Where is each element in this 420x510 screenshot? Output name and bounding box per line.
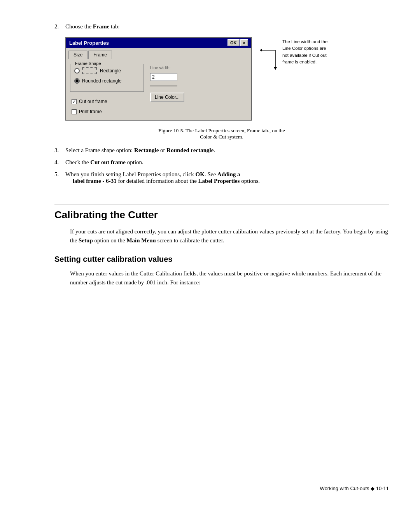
step-5-content: When you finish setting Label Properties…: [65, 171, 389, 184]
tab-size[interactable]: Size: [68, 51, 88, 59]
figure-caption: Figure 10-5. The Label Properties screen…: [54, 128, 389, 140]
svg-marker-1: [260, 49, 262, 52]
close-button[interactable]: ×: [240, 39, 248, 46]
calibrating-heading: Calibrating the Cutter: [54, 209, 389, 221]
calibrating-body: If your cuts are not aligned correctly, …: [70, 227, 389, 245]
section-divider: [54, 205, 389, 205]
step-4-text2: option.: [126, 159, 144, 165]
step-4-content: Check the Cut out frame option.: [65, 159, 389, 166]
step-4: 4. Check the Cut out frame option.: [54, 159, 389, 166]
dialog-area: Label Properties OK × Size Frame Frame S…: [65, 37, 389, 121]
rectangle-radio[interactable]: [74, 68, 80, 74]
step-5-text: When you finish setting Label Properties…: [65, 171, 196, 177]
step-5: 5. When you finish setting Label Propert…: [54, 171, 389, 184]
step-5-mid1: . See: [205, 171, 217, 177]
line-width-input-row: [150, 73, 177, 81]
titlebar-buttons: OK ×: [228, 39, 248, 46]
dialog-titlebar: Label Properties OK ×: [66, 38, 251, 48]
dialog-tabs: Size Frame: [68, 50, 249, 59]
print-label: Print frame: [79, 109, 102, 114]
rounded-label: Rounded rectangle: [82, 78, 121, 84]
ok-button[interactable]: OK: [228, 39, 240, 46]
frame-shape-legend: Frame Shape: [74, 61, 103, 66]
rectangle-preview: [82, 67, 97, 74]
step-2-text2: tab:: [109, 23, 119, 30]
step-2-text: Choose the: [65, 23, 93, 30]
print-checkbox-row[interactable]: Print frame: [72, 109, 144, 114]
dialog-body: Frame Shape Rectangle Rounded rectangle: [66, 59, 251, 120]
step-3-bold2: Rounded rectangle: [166, 147, 214, 153]
step-5-end: options.: [240, 178, 260, 184]
line-separator: [150, 86, 177, 86]
step-number-5: 5.: [54, 171, 65, 178]
label-properties-dialog[interactable]: Label Properties OK × Size Frame Frame S…: [65, 37, 252, 121]
step-3-end: .: [214, 147, 215, 153]
calibrating-body-container: If your cuts are not aligned correctly, …: [70, 227, 389, 245]
step-3-bold1: Rectangle: [134, 147, 159, 153]
frame-shape-group: Frame Shape Rectangle Rounded rectangle: [70, 64, 144, 92]
figure-caption-text: Figure 10-5. The Label Properties screen…: [158, 128, 285, 140]
step-4-text: Check the: [65, 159, 90, 165]
line-color-button[interactable]: Line Color...: [150, 93, 184, 102]
step-4-bold: Cut out frame: [90, 159, 126, 165]
arrow-annotation: The Line width and the Line Color option…: [256, 39, 333, 77]
right-panel: Line width: Line Color...: [150, 64, 184, 114]
tab-frame[interactable]: Frame: [88, 51, 112, 59]
calibrating-bold1: Setup: [79, 237, 93, 244]
step-5-bold3: Label Properties: [198, 178, 240, 184]
calibrating-mid: option on the: [93, 237, 127, 244]
page-footer: Working with Cut-outs ◆ 10-11: [320, 485, 389, 491]
step-5-bold1: OK: [196, 171, 205, 177]
setting-body-container: When you enter values in the Cutter Cali…: [70, 269, 389, 287]
line-width-label: Line width:: [150, 65, 171, 70]
print-checkbox[interactable]: [72, 109, 77, 114]
dialog-title: Label Properties: [69, 40, 109, 46]
rounded-radio-row[interactable]: Rounded rectangle: [74, 78, 139, 84]
rectangle-radio-row[interactable]: Rectangle: [74, 67, 139, 74]
footer-text: Working with Cut-outs ◆ 10-11: [320, 485, 389, 491]
svg-marker-3: [274, 67, 277, 70]
setting-heading: Setting cutter calibration values: [54, 255, 389, 264]
cutout-label: Cut out frame: [79, 99, 107, 104]
cutout-checkbox[interactable]: ✓: [72, 99, 77, 104]
step-3-mid: or: [159, 147, 166, 153]
arrow-icon: [256, 42, 279, 77]
step-number-4: 4.: [54, 159, 65, 166]
step-2: 2. Choose the Frame tab:: [54, 23, 389, 30]
cutout-checkbox-row[interactable]: ✓ Cut out frame: [72, 99, 144, 104]
step-5-mid2: for detailed information about the: [117, 178, 198, 184]
rounded-radio[interactable]: [74, 78, 80, 84]
rectangle-label: Rectangle: [100, 68, 121, 74]
step-number-3: 3.: [54, 147, 65, 154]
annotation-text: The Line width and the Line Color option…: [282, 39, 333, 65]
setting-body: When you enter values in the Cutter Cali…: [70, 269, 389, 287]
line-width-input[interactable]: [150, 73, 177, 81]
step-2-bold: Frame: [93, 23, 109, 30]
calibrating-end: screen to calibrate the cutter.: [156, 237, 224, 244]
step-3: 3. Select a Frame shape option: Rectangl…: [54, 147, 389, 154]
calibrating-bold2: Main Menu: [126, 237, 156, 244]
step-3-text: Select a Frame shape option:: [65, 147, 134, 153]
step-3-content: Select a Frame shape option: Rectangle o…: [65, 147, 389, 154]
step-number-2: 2.: [54, 23, 65, 30]
step-2-content: Choose the Frame tab:: [65, 23, 389, 30]
